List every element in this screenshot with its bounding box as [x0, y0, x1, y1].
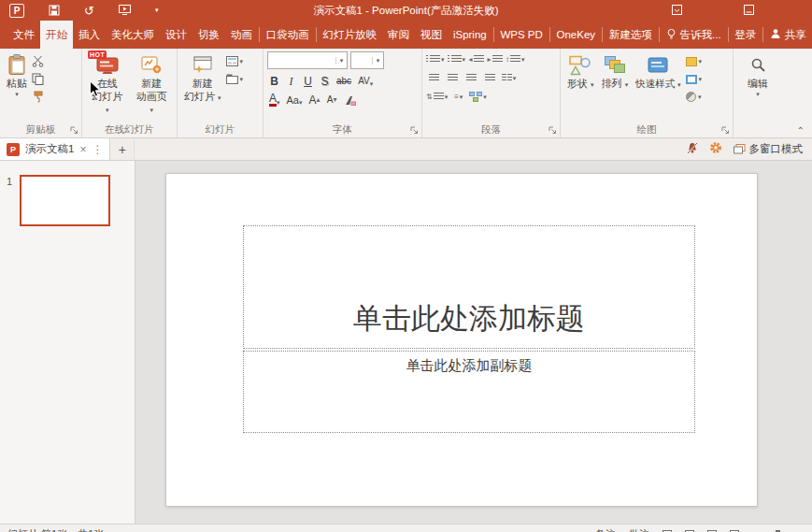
- notifications-muted-icon[interactable]: [687, 141, 698, 158]
- font-size-combobox[interactable]: ▾: [350, 51, 384, 69]
- format-painter-button[interactable]: [32, 90, 44, 104]
- cut-button[interactable]: [32, 54, 44, 68]
- font-color-button[interactable]: A▾: [267, 91, 282, 107]
- shape-fill-icon: [686, 57, 697, 66]
- document-tab[interactable]: P 演示文稿1 × ⋮: [0, 138, 110, 160]
- start-slideshow-button[interactable]: [119, 3, 131, 18]
- shape-effects-button[interactable]: ▾: [686, 90, 703, 104]
- new-slide-label-1: 新建: [192, 78, 213, 90]
- slide-thumbnail-panel: 1: [0, 161, 135, 524]
- tab-divider: [659, 27, 660, 42]
- bullets-button[interactable]: ▾: [426, 51, 445, 67]
- comments-button[interactable]: 批注: [629, 527, 649, 532]
- tab-file[interactable]: 文件: [7, 21, 40, 49]
- ribbon-display-options-button[interactable]: [672, 2, 682, 19]
- title-placeholder[interactable]: 单击此处添加标题: [243, 225, 695, 349]
- animation-page-label-1: 新建: [141, 78, 162, 90]
- document-tab-close-icon[interactable]: ×: [79, 143, 86, 156]
- align-right-button[interactable]: [463, 70, 479, 86]
- strikethrough-button[interactable]: abc: [335, 72, 353, 88]
- copy-button[interactable]: [32, 72, 44, 86]
- tab-ispring[interactable]: iSpring: [448, 21, 492, 49]
- notes-button[interactable]: 备注: [595, 527, 616, 532]
- dropdown-caret-icon: ▾: [277, 99, 280, 107]
- share-button[interactable]: 共享: [764, 21, 812, 49]
- dropdown-caret-icon: ▾: [483, 93, 487, 101]
- tab-animations[interactable]: 动画: [225, 21, 258, 49]
- paragraph-dialog-launcher[interactable]: [548, 125, 558, 136]
- grow-font-button[interactable]: A▴: [307, 91, 322, 107]
- layout-button[interactable]: ▾: [226, 54, 244, 68]
- character-spacing-button[interactable]: AV▾: [356, 72, 375, 88]
- login-button[interactable]: 登录: [729, 21, 762, 49]
- shape-fill-button[interactable]: ▾: [686, 54, 703, 68]
- text-direction-button[interactable]: ⇅▾: [426, 89, 448, 105]
- clipboard-dialog-launcher[interactable]: [69, 125, 79, 136]
- tab-insert[interactable]: 插入: [73, 21, 106, 49]
- quick-styles-button[interactable]: 快速样式 ▾: [633, 51, 683, 92]
- increase-indent-button[interactable]: ▸: [487, 51, 503, 67]
- tab-review[interactable]: 审阅: [382, 21, 415, 49]
- bold-button[interactable]: B: [267, 72, 281, 88]
- document-tab-bar: P 演示文稿1 × ⋮ + 多窗口模式: [0, 138, 812, 161]
- tab-meihua-dashi[interactable]: 美化大师: [106, 21, 160, 49]
- tell-me-box[interactable]: 告诉我...: [661, 21, 727, 49]
- settings-gear-icon[interactable]: [709, 141, 722, 158]
- minimize-button[interactable]: [744, 2, 754, 19]
- shape-outline-button[interactable]: ▾: [686, 72, 703, 86]
- justify-button[interactable]: [482, 70, 498, 86]
- quick-access-menu-button[interactable]: ▾: [155, 3, 159, 18]
- save-button[interactable]: [49, 3, 60, 18]
- quick-styles-label: 快速样式 ▾: [635, 78, 680, 90]
- font-name-combobox[interactable]: ▾: [267, 51, 348, 69]
- section-button[interactable]: ▾: [226, 72, 244, 86]
- align-left-button[interactable]: [426, 70, 442, 86]
- new-animation-page-button[interactable]: 新建 动画页 ▾: [131, 51, 174, 118]
- dropdown-caret-icon: ▾: [218, 94, 221, 101]
- multi-window-mode-button[interactable]: 多窗口模式: [734, 142, 804, 156]
- paste-button[interactable]: 粘贴 ▾: [4, 51, 30, 100]
- subtitle-placeholder[interactable]: 单击此处添加副标题: [243, 351, 695, 433]
- slides-group-label: 幻灯片: [206, 123, 235, 137]
- new-document-tab-button[interactable]: +: [110, 138, 135, 160]
- align-text-button[interactable]: ≡▾: [450, 89, 466, 105]
- change-case-button[interactable]: Aa▾: [285, 91, 305, 107]
- font-dialog-launcher[interactable]: [409, 125, 420, 136]
- tab-onekey[interactable]: OneKey: [551, 21, 602, 49]
- tab-design[interactable]: 设计: [160, 21, 192, 49]
- arrange-button[interactable]: 排列 ▾: [599, 51, 632, 92]
- document-tab-menu-icon[interactable]: ⋮: [92, 143, 103, 156]
- decrease-indent-button[interactable]: ◂: [468, 51, 484, 67]
- slide-thumbnail[interactable]: [20, 175, 110, 226]
- tab-slideshow[interactable]: 幻灯片放映: [317, 21, 382, 49]
- tab-wps-pd[interactable]: WPS PD: [494, 21, 548, 49]
- tab-home[interactable]: 开始: [40, 21, 73, 49]
- tab-transitions[interactable]: 切换: [192, 21, 225, 49]
- collapse-ribbon-button[interactable]: ⌃: [797, 125, 805, 136]
- tab-view[interactable]: 视图: [415, 21, 448, 49]
- shapes-icon: [569, 53, 591, 77]
- text-shadow-button[interactable]: S: [318, 72, 332, 88]
- arrange-label: 排列 ▾: [602, 78, 629, 90]
- online-slides-button[interactable]: HOT 在线 幻灯片 ▾: [86, 51, 129, 118]
- clear-formatting-button[interactable]: [342, 91, 358, 107]
- new-slide-icon: [192, 53, 213, 77]
- shrink-font-button[interactable]: A▾: [325, 91, 339, 107]
- numbering-button[interactable]: ▾: [448, 51, 466, 67]
- columns-button[interactable]: ▾: [501, 70, 517, 86]
- undo-button[interactable]: ↺: [84, 3, 94, 18]
- drawing-dialog-launcher[interactable]: [720, 125, 731, 136]
- paste-label: 粘贴: [7, 78, 27, 90]
- align-center-button[interactable]: [445, 70, 461, 86]
- slide[interactable]: 单击此处添加标题 单击此处添加副标题: [165, 173, 758, 507]
- italic-button[interactable]: I: [284, 72, 298, 88]
- tab-new-options[interactable]: 新建选项: [604, 21, 658, 49]
- shapes-button[interactable]: 形状 ▾: [564, 51, 597, 92]
- line-spacing-button[interactable]: ↕▾: [506, 51, 525, 67]
- convert-smartart-button[interactable]: ▾: [469, 89, 487, 105]
- new-slide-button[interactable]: 新建 幻灯片 ▾: [181, 51, 224, 105]
- underline-button[interactable]: U: [301, 72, 315, 88]
- tab-pocket-animation[interactable]: 口袋动画: [261, 21, 315, 49]
- editing-button[interactable]: 编辑 ▾: [745, 51, 771, 100]
- tab-divider: [602, 27, 603, 42]
